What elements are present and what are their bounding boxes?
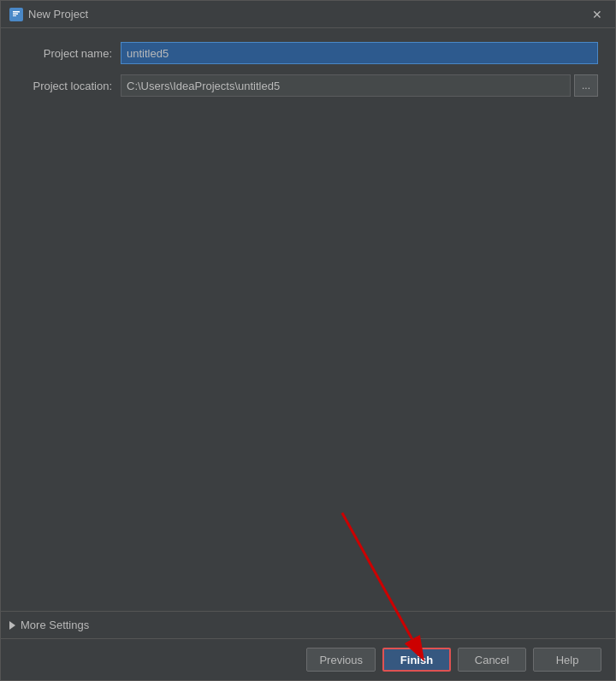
project-location-label: Project location: [18, 80, 112, 92]
project-name-input[interactable] [121, 42, 598, 64]
dialog-title: New Project [28, 8, 88, 21]
previous-button[interactable]: Previous [306, 648, 376, 672]
more-settings-arrow-icon [9, 621, 15, 630]
project-name-row: Project name: [18, 42, 598, 64]
svg-rect-3 [13, 15, 16, 16]
svg-rect-2 [13, 13, 18, 15]
project-name-label: Project name: [18, 47, 112, 60]
dialog-content: Project name: Project location: ... [1, 28, 615, 611]
title-bar: New Project ✕ [1, 1, 615, 28]
more-settings-label: More Settings [21, 619, 89, 631]
svg-rect-1 [13, 11, 20, 13]
title-bar-left: New Project [9, 8, 88, 21]
project-location-row: Project location: ... [18, 74, 598, 97]
project-location-group: ... [121, 74, 598, 97]
more-settings-row[interactable]: More Settings [1, 611, 615, 638]
dialog-footer: Previous Finish Cancel Help [1, 638, 615, 680]
project-location-input[interactable] [121, 74, 571, 97]
cancel-button[interactable]: Cancel [458, 648, 526, 672]
help-button[interactable]: Help [533, 648, 601, 672]
browse-button[interactable]: ... [574, 74, 598, 97]
content-spacer [18, 107, 598, 597]
new-project-dialog: New Project ✕ Project name: Project loca… [0, 0, 616, 681]
close-button[interactable]: ✕ [588, 5, 607, 24]
finish-button[interactable]: Finish [382, 648, 451, 672]
dialog-icon [9, 8, 23, 21]
